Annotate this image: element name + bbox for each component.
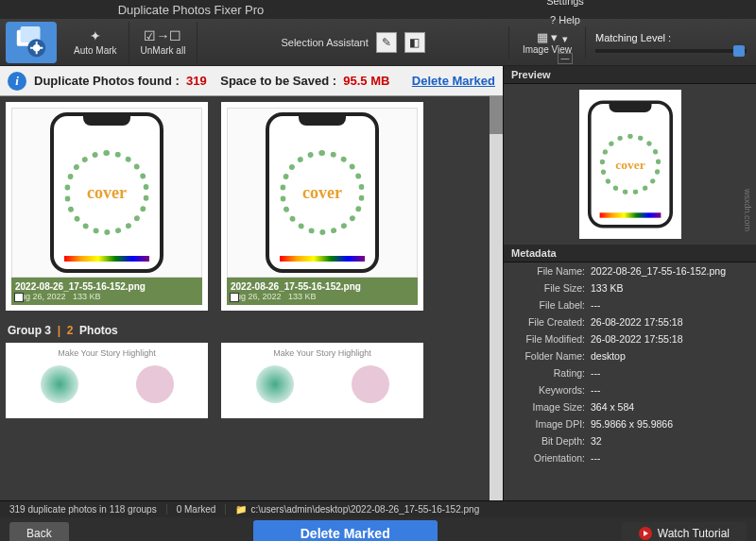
metadata-value: 2022-08-26_17-55-16-152.png: [591, 265, 726, 277]
unmark-all-button[interactable]: ☑→☐ UnMark all: [129, 22, 198, 63]
photo-card[interactable]: Make Your Story Highlight: [221, 343, 423, 418]
photo-card[interactable]: Make Your Story Highlight: [6, 343, 208, 418]
metadata-row: Image DPI:95.9866 x 95.9866: [504, 415, 756, 432]
selection-assistant-label: Selection Assistant: [281, 37, 368, 48]
rainbow-icon: [280, 256, 365, 262]
back-button[interactable]: Back: [9, 522, 69, 541]
folder-icon: 📁: [235, 504, 247, 515]
watch-tutorial-label: Watch Tutorial: [658, 527, 730, 540]
metadata-label: File Created:: [513, 316, 591, 328]
help-link[interactable]: ? Help: [550, 14, 580, 25]
footer: Back Delete Marked Watch Tutorial: [0, 517, 756, 541]
status-bar: 319 duplicate photos in 118 groups 0 Mar…: [0, 500, 756, 517]
metadata-value: ---: [591, 452, 601, 464]
metadata-panel: File Name:2022-08-26_17-55-16-152.pngFil…: [504, 262, 756, 500]
phone-mockup-icon: cover: [266, 112, 379, 273]
metadata-label: Image DPI:: [513, 418, 591, 430]
card-checkbox[interactable]: [230, 293, 239, 302]
card-size: 133 KB: [288, 292, 317, 301]
card-size: 133 KB: [73, 292, 101, 301]
phone-mockup-icon: cover: [50, 112, 163, 273]
gallery-scrollbar[interactable]: [490, 96, 503, 500]
grid-icon: ▦ ▾: [537, 30, 558, 44]
main-area: i Duplicate Photos found : 319 Space to …: [0, 66, 756, 500]
metadata-label: Bit Depth:: [513, 435, 591, 447]
selection-assistant-group: Selection Assistant ✎ ◧: [198, 32, 508, 53]
metadata-value: 133 KB: [591, 282, 623, 294]
status-path: 📁 c:\users\admin\desktop\2022-08-26_17-5…: [226, 504, 489, 515]
card-meta: 2022-08-26_17-55-16-152.png Aug 26, 2022…: [11, 278, 202, 305]
settings-link[interactable]: Settings: [546, 0, 584, 7]
globe-icon: [41, 365, 78, 403]
play-icon: [639, 527, 652, 540]
duplicate-row: cover 2022-08-26_17-55-16-152.png Aug 26…: [6, 102, 497, 311]
thumbnail: cover: [11, 108, 202, 278]
metadata-label: Folder Name:: [513, 350, 591, 362]
scrollbar-handle[interactable]: [490, 96, 503, 134]
metadata-label: Orientation:: [513, 452, 591, 464]
gallery: cover 2022-08-26_17-55-16-152.png Aug 26…: [0, 96, 503, 500]
right-panel: Preview cover Metadata File Name:2022-08…: [504, 66, 756, 500]
metadata-row: Folder Name:desktop: [504, 347, 756, 364]
selection-tool-1-icon[interactable]: ✎: [376, 32, 397, 53]
slider-thumb-icon[interactable]: [733, 45, 745, 57]
selection-tool-2-icon[interactable]: ◧: [404, 32, 425, 53]
metadata-row: Bit Depth:32: [504, 432, 756, 449]
auto-mark-label: Auto Mark: [74, 45, 117, 56]
cover-text: cover: [599, 134, 661, 195]
status-marked: 0 Marked: [167, 504, 227, 515]
metadata-value: 32: [591, 435, 602, 447]
group-sep: |: [58, 324, 60, 337]
watch-tutorial-button[interactable]: Watch Tutorial: [622, 522, 747, 541]
matching-level-control: Matching Level :: [586, 30, 756, 55]
metadata-value: ---: [591, 299, 601, 311]
metadata-row: File Size:133 KB: [504, 279, 756, 296]
info-icon: i: [8, 72, 26, 91]
globe-icon: [256, 365, 294, 403]
group-label: Group 3: [8, 324, 51, 337]
metadata-label: File Name:: [513, 265, 591, 277]
space-label: Space to be Saved :: [220, 74, 336, 88]
metadata-row: Rating:---: [504, 364, 756, 381]
matching-level-slider[interactable]: [595, 49, 747, 53]
story-title: Make Your Story Highlight: [11, 348, 202, 358]
app-logo-icon: [6, 22, 57, 63]
metadata-row: File Label:---: [504, 296, 756, 313]
metadata-value: 26-08-2022 17:55:18: [591, 333, 683, 345]
photo-card[interactable]: cover 2022-08-26_17-55-16-152.png Aug 26…: [6, 102, 208, 311]
metadata-label: File Modified:: [513, 333, 591, 345]
info-bar: i Duplicate Photos found : 319 Space to …: [0, 66, 503, 96]
wand-icon: ✦: [90, 28, 101, 43]
metadata-row: Keywords:---: [504, 381, 756, 398]
delete-marked-link[interactable]: Delete Marked: [412, 74, 495, 88]
rainbow-icon: [599, 212, 661, 217]
metadata-value: desktop: [591, 350, 626, 362]
metadata-label: File Label:: [513, 299, 591, 311]
image-view-button[interactable]: ▦ ▾ Image View: [508, 26, 586, 59]
svg-point-3: [33, 43, 41, 51]
watermark: wsxdn.com: [743, 189, 752, 231]
metadata-label: Image Size:: [513, 401, 591, 413]
circle-icon: [136, 365, 174, 403]
metadata-value: ---: [591, 367, 601, 379]
card-meta: 2022-08-26_17-55-16-152.png Aug 26, 2022…: [227, 278, 418, 305]
status-path-text: c:\users\admin\desktop\2022-08-26_17-55-…: [250, 504, 479, 515]
duplicate-row: Make Your Story Highlight Make Your Stor…: [6, 343, 497, 418]
card-filename: 2022-08-26_17-55-16-152.png: [15, 281, 198, 292]
metadata-row: File Modified:26-08-2022 17:55:18: [504, 330, 756, 347]
delete-marked-button[interactable]: Delete Marked: [253, 520, 438, 541]
metadata-row: File Name:2022-08-26_17-55-16-152.png: [504, 262, 756, 279]
photo-card[interactable]: cover 2022-08-26_17-55-16-152.png Aug 26…: [221, 102, 423, 311]
found-count: 319: [186, 74, 207, 88]
cover-text: cover: [64, 150, 149, 235]
titlebar: Duplicate Photos Fixer Pro ▾ ⚙ Settings …: [0, 0, 756, 19]
group-suffix: Photos: [79, 324, 118, 337]
group-header: Group 3 | 2 Photos: [8, 324, 495, 337]
group-count: 2: [67, 324, 74, 337]
metadata-label: Keywords:: [513, 384, 591, 396]
metadata-header: Metadata: [504, 245, 756, 262]
card-checkbox[interactable]: [14, 293, 24, 302]
story-title: Make Your Story Highlight: [227, 348, 418, 358]
metadata-value: 364 x 584: [591, 401, 634, 413]
auto-mark-button[interactable]: ✦ Auto Mark: [62, 22, 129, 63]
